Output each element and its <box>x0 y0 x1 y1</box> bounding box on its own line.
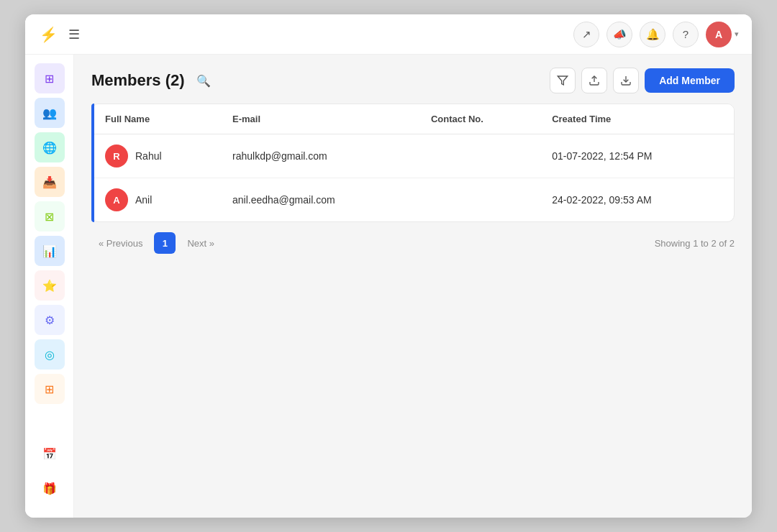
member-name-0: Rahul <box>135 150 162 162</box>
logo-icon: ⚡ <box>38 24 58 45</box>
help-icon[interactable]: ? <box>673 22 699 47</box>
header-right: ↗ 📣 🔔 ? A ▾ <box>573 22 739 47</box>
hamburger-menu[interactable]: ☰ <box>68 27 80 42</box>
sidebar-item-grid[interactable]: ⊞ <box>35 63 65 93</box>
sidebar-item-globe[interactable]: 🌐 <box>35 132 65 162</box>
download-button[interactable] <box>613 68 639 93</box>
sidebar-item-table[interactable]: ⊠ <box>35 201 65 231</box>
app-container: ⚡ ☰ ↗ 📣 🔔 ? A ▾ ⊞ 👥 🌐 <box>25 14 752 518</box>
add-member-button[interactable]: Add Member <box>645 68 735 93</box>
filter-button[interactable] <box>550 68 576 93</box>
cell-name-1: A Anil <box>92 178 219 222</box>
megaphone-icon[interactable]: 📣 <box>606 22 632 47</box>
user-avatar-wrapper[interactable]: A ▾ <box>706 22 739 47</box>
sidebar-item-star[interactable]: ⭐ <box>35 270 65 301</box>
top-header: ⚡ ☰ ↗ 📣 🔔 ? A ▾ <box>25 14 752 55</box>
sidebar-item-chart[interactable]: 📊 <box>35 236 65 266</box>
col-email: E-mail <box>219 104 418 134</box>
cell-email-0: rahulkdp@gmail.com <box>219 134 418 178</box>
header-left: ⚡ ☰ <box>38 24 80 45</box>
chevron-left-icon: « <box>99 238 104 249</box>
sidebar-item-calendar[interactable]: 📅 <box>35 439 65 469</box>
pagination-controls: « Previous 1 Next » <box>91 232 222 254</box>
sidebar-item-settings[interactable]: ⚙ <box>35 305 65 335</box>
content-area: Members (2) 🔍 <box>74 55 752 518</box>
search-button[interactable]: 🔍 <box>192 69 215 92</box>
cell-created-1: 24-02-2022, 09:53 AM <box>539 178 734 222</box>
members-table: Full Name E-mail Contact No. Created Tim… <box>91 104 735 222</box>
col-created: Created Time <box>539 104 734 134</box>
external-link-icon[interactable]: ↗ <box>573 22 599 47</box>
cell-email-1: anil.eedha@gmail.com <box>219 178 418 222</box>
col-fullname: Full Name <box>92 104 219 134</box>
upload-button[interactable] <box>581 68 607 93</box>
table-row[interactable]: A Anil anil.eedha@gmail.com 24-02-2022, … <box>92 178 734 222</box>
bell-icon[interactable]: 🔔 <box>640 22 665 47</box>
showing-text: Showing 1 to 2 of 2 <box>655 238 735 249</box>
main-layout: ⊞ 👥 🌐 📥 ⊠ 📊 ⭐ ⚙ ◎ <box>25 55 752 518</box>
page-actions: Add Member <box>550 68 735 93</box>
sidebar: ⊞ 👥 🌐 📥 ⊠ 📊 ⭐ ⚙ ◎ <box>25 55 74 518</box>
sidebar-item-gift[interactable]: 🎁 <box>35 473 65 503</box>
sidebar-item-people[interactable]: 👥 <box>35 98 65 128</box>
table-row[interactable]: R Rahul rahulkdp@gmail.com 01-07-2022, 1… <box>92 134 734 178</box>
cell-created-0: 01-07-2022, 12:54 PM <box>539 134 734 178</box>
sidebar-item-circle[interactable]: ◎ <box>35 339 65 370</box>
sidebar-bottom: 📅 🎁 <box>35 439 65 509</box>
sidebar-item-inbox[interactable]: 📥 <box>35 167 65 197</box>
sidebar-item-apps[interactable]: ⊞ <box>35 374 65 404</box>
cell-contact-0 <box>418 134 539 178</box>
page-title-area: Members (2) 🔍 <box>91 69 215 92</box>
member-name-1: Anil <box>135 194 152 206</box>
page-number-1[interactable]: 1 <box>154 232 176 254</box>
svg-marker-0 <box>558 76 568 85</box>
member-avatar-0: R <box>105 145 128 168</box>
chevron-down-icon: ▾ <box>735 29 739 39</box>
member-avatar-1: A <box>105 188 128 211</box>
previous-button[interactable]: « Previous <box>91 234 150 252</box>
chevron-right-icon: » <box>209 238 214 249</box>
pagination-area: « Previous 1 Next » Showing 1 to 2 of 2 <box>74 222 752 264</box>
cell-name-0: R Rahul <box>92 134 219 178</box>
col-contact: Contact No. <box>418 104 539 134</box>
page-title: Members (2) <box>91 71 185 90</box>
table-section: Full Name E-mail Contact No. Created Tim… <box>91 104 735 222</box>
cell-contact-1 <box>418 178 539 222</box>
next-button[interactable]: Next » <box>180 234 222 252</box>
page-header: Members (2) 🔍 <box>74 55 752 93</box>
avatar[interactable]: A <box>706 22 732 47</box>
